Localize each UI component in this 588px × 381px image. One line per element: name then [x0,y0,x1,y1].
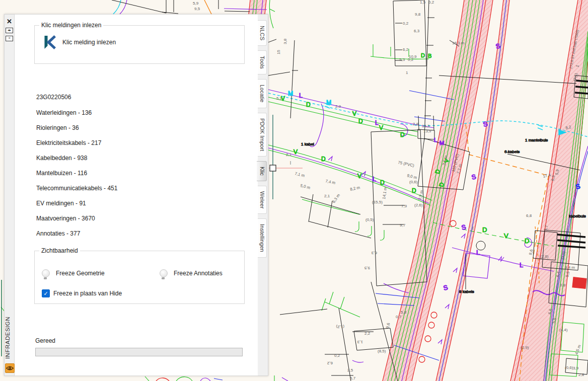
freeze-annotations-button[interactable]: Freeze Annotaties [160,269,223,277]
map-label: 8 kabels [459,289,474,294]
map-label: 2,5 [347,368,353,372]
palette-title: INFRADESIGN [5,317,14,359]
map-label: 6,3 [371,251,377,255]
map-label: 15 [276,50,281,54]
map-label: L [434,137,437,143]
map-label: 9,8 [415,12,421,17]
map-label: 0,2 [334,353,340,358]
freeze-geometry-button[interactable]: Freeze Geometrie [42,269,105,277]
map-label: M [326,99,331,106]
map-label: D [525,237,529,245]
map-label: l [290,161,291,166]
infradesign-eye-logo [5,363,15,373]
klic-import-button[interactable]: Klic melding inlezen [39,33,120,51]
map-label: (8,5) [378,349,386,353]
map-label: L [375,119,379,126]
map-label: (0,6) [565,365,573,370]
properties-menu-icon[interactable]: ≡ [6,36,13,41]
map-label: 6,2 [327,361,333,365]
map-label: (15,5) [372,200,383,204]
map-label: D [306,101,311,108]
layer-count-item: Elektriciteitskabels - 217 [36,139,117,154]
map-label: 16,3 m [452,41,465,45]
map-label: (1,2) [336,325,344,329]
map-label: 3,8 [283,38,287,44]
layer-count-item: Rioleringen - 36 [36,124,117,139]
map-label: 9,5 [364,266,370,270]
map-label: 0,2 [428,0,434,5]
map-label: D [482,226,487,234]
freeze-instead-of-hide-checkbox-row[interactable]: ✓ Freeze in plaats van Hide [42,289,122,297]
klic-logo-icon [43,35,56,50]
tab-nlcs[interactable]: NLCS [258,20,267,46]
map-label: L [299,92,303,99]
map-label: 9,4 m [565,265,575,270]
map-label: L [373,176,376,183]
layer-count-item: Kabelbedden - 938 [36,154,117,169]
map-label: D [380,179,385,186]
map-label: M [288,90,293,97]
tab-pdok-import[interactable]: PDOK Import [258,113,267,157]
tab-klic[interactable]: Klic [257,161,267,181]
map-label: V [281,95,285,102]
map-label: 6,3 [414,29,420,33]
eye-icon [6,365,14,371]
map-label: (4,4) [559,328,568,332]
close-icon[interactable]: ✕ [6,18,13,25]
checkbox-checked-icon[interactable]: ✓ [42,289,50,297]
infradesign-palette: ✕ ◂▸ ≡ INFRADESIGN Klic meldingen inleze… [4,14,268,376]
freeze-annotations-label: Freeze Annotaties [174,270,223,277]
klic-import-button-label: Klic melding inlezen [62,39,116,46]
melding-number: 23G0220506 [36,94,71,101]
layer-count-item: Mantelbuizen - 116 [36,169,117,184]
map-label: V [379,124,383,131]
map-label: 5,8 [401,310,407,315]
tab-weleer[interactable]: Weleer [258,186,267,214]
map-label: 2,8 [413,122,419,126]
map-label: D [321,156,326,163]
map-label: kabelbuis [569,214,586,218]
lightbulb-icon [160,269,168,277]
map-label: (0,6) [409,180,418,184]
map-label: 1 [406,70,408,75]
map-label: 10,9 [409,54,417,59]
map-label: 6,8 [526,213,532,218]
klic-panel: Klic meldingen inlezen Klic melding inle… [15,14,258,376]
lightbulb-icon [42,269,50,277]
layer-count-item: Annotaties - 377 [36,230,117,245]
freeze-checkbox-label: Freeze in plaats van Hide [53,290,122,297]
tab-tools[interactable]: Tools [258,50,267,74]
auto-hide-icon[interactable]: ◂▸ [6,28,13,33]
map-label: 2,1 [324,194,330,198]
visibility-group-title: Zichtbaarheid [39,247,80,254]
progress-bar [35,348,243,356]
layer-count-item: EV meldingen - 91 [36,199,117,214]
map-label: 1,5 [420,0,426,5]
tab-instellingen[interactable]: Instellingen [258,218,267,258]
visibility-groupbox: Zichtbaarheid Freeze Geometrie Freeze An… [34,251,245,304]
layer-count-item: Maatvoeringen - 3670 [36,214,117,230]
application-window: 5,99,59,86,31,50,20,26,25,30,213,81510,9… [0,0,588,381]
map-label: D [358,118,363,125]
map-label: V [504,232,508,240]
map-label: 3,9 [573,366,579,370]
map-label: L [520,261,523,269]
map-label: M [439,140,444,146]
freeze-geometry-label: Freeze Geometrie [56,270,105,277]
map-label: (2,6) [414,203,423,207]
map-label: (0,5) [365,217,374,222]
map-label: 2,2 [364,331,371,336]
map-label: 6,2 [403,47,409,52]
import-group-title: Klic meldingen inlezen [39,22,103,29]
layer-count-item: Waterleidingen - 136 [36,109,117,124]
map-label: D [400,131,405,138]
map-label: 2,8 [578,372,584,377]
map-label: B [428,53,431,59]
map-label: V [352,110,356,117]
map-label: 5,7 [350,376,356,380]
palette-tabstrip: NLCSToolsLocatiePDOK ImportKlicWeleerIns… [258,14,268,376]
map-label: L [476,249,480,256]
map-label: 13,9 [423,129,431,133]
tab-locatie[interactable]: Locatie [258,79,267,108]
map-label: V [357,173,361,180]
